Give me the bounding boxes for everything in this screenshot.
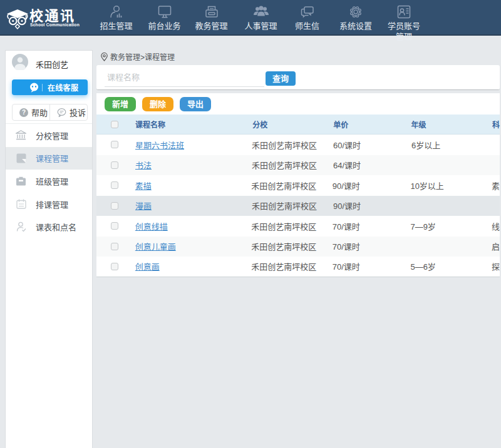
svg-text:?: ? [22, 109, 26, 116]
